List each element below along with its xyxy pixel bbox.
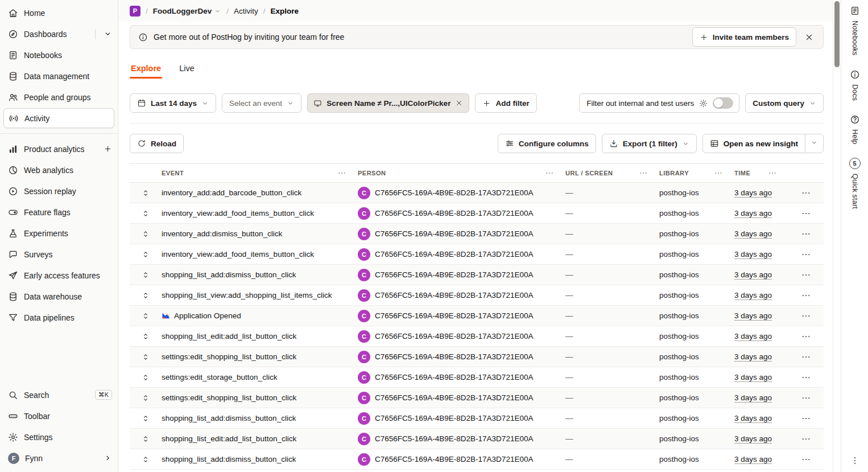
row-actions-button[interactable] bbox=[799, 330, 813, 343]
sidebar-item-toolbar[interactable]: Toolbar bbox=[0, 405, 118, 426]
sidebar-item-web-analytics[interactable]: Web analytics bbox=[0, 159, 118, 180]
expand-row-button[interactable] bbox=[140, 392, 151, 404]
time-link[interactable]: 3 days ago bbox=[734, 188, 772, 197]
time-link[interactable]: 3 days ago bbox=[734, 373, 772, 381]
time-link[interactable]: 3 days ago bbox=[734, 291, 772, 299]
vertical-scrollbar[interactable] bbox=[833, 0, 841, 472]
expand-row-button[interactable] bbox=[140, 249, 151, 260]
expand-row-button[interactable] bbox=[140, 269, 151, 281]
expand-row-button[interactable] bbox=[140, 331, 151, 342]
time-link[interactable]: 3 days ago bbox=[734, 311, 772, 320]
sidebar-item-session-replay[interactable]: Session replay bbox=[0, 180, 118, 202]
event-name-cell[interactable]: settings:edit_shopping_list_button_click bbox=[162, 352, 358, 361]
person-cell[interactable]: CC7656FC5-169A-4B9E-8D2B-17A3D721E00A bbox=[358, 371, 565, 384]
configure-columns-button[interactable]: Configure columns bbox=[498, 134, 596, 153]
invite-team-members-button[interactable]: Invite team members bbox=[692, 27, 796, 47]
reload-button[interactable]: Reload bbox=[130, 134, 184, 153]
person-cell[interactable]: CC7656FC5-169A-4B9E-8D2B-17A3D721E00A bbox=[358, 289, 565, 302]
row-actions-button[interactable] bbox=[799, 268, 813, 282]
row-actions-button[interactable] bbox=[799, 432, 813, 446]
person-cell[interactable]: CC7656FC5-169A-4B9E-8D2B-17A3D721E00A bbox=[358, 248, 565, 261]
person-cell[interactable]: CC7656FC5-169A-4B9E-8D2B-17A3D721E00A bbox=[358, 207, 565, 220]
time-link[interactable]: 3 days ago bbox=[734, 414, 772, 422]
screen-name-filter-chip[interactable]: Screen Name ≠ Pr...,UIColorPicker bbox=[307, 93, 469, 113]
sidebar-item-home[interactable]: Home bbox=[0, 2, 118, 23]
column-options-icon[interactable] bbox=[768, 169, 777, 178]
gear-icon[interactable] bbox=[699, 99, 708, 108]
sidebar-item-data-pipelines[interactable]: Data pipelines bbox=[0, 307, 118, 328]
tab-live[interactable]: Live bbox=[178, 60, 196, 79]
event-name-cell[interactable]: shopping_list_add:dismiss_button_click bbox=[162, 270, 358, 279]
row-actions-button[interactable] bbox=[799, 289, 813, 302]
event-name-cell[interactable]: shopping_list_add:dismiss_button_click bbox=[162, 455, 358, 463]
expand-row-button[interactable] bbox=[140, 433, 151, 445]
scrollbar-thumb[interactable] bbox=[834, 1, 840, 67]
row-actions-button[interactable] bbox=[799, 412, 813, 425]
add-filter-button[interactable]: Add filter bbox=[475, 93, 536, 113]
expand-row-button[interactable] bbox=[140, 228, 151, 240]
sidebar-item-data-warehouse[interactable]: Data warehouse bbox=[0, 286, 118, 307]
person-cell[interactable]: CC7656FC5-169A-4B9E-8D2B-17A3D721E00A bbox=[358, 351, 565, 363]
event-name-cell[interactable]: shopping_list_edit:add_list_button_click bbox=[162, 434, 358, 443]
column-options-icon[interactable] bbox=[714, 169, 723, 178]
rail-item-docs[interactable]: Docs bbox=[849, 69, 861, 101]
expand-row-button[interactable] bbox=[140, 290, 151, 301]
expand-row-button[interactable] bbox=[140, 372, 151, 383]
remove-filter-icon[interactable] bbox=[455, 99, 463, 107]
chevron-down-icon[interactable] bbox=[104, 30, 112, 38]
event-name-cell[interactable]: inventory_add:add_barcode_button_click bbox=[162, 188, 358, 197]
event-name-cell[interactable]: inventory_add:dismiss_button_click bbox=[162, 229, 358, 238]
open-as-new-insight-dropdown[interactable] bbox=[805, 134, 823, 153]
sidebar-item-settings[interactable]: Settings bbox=[0, 426, 118, 448]
breadcrumb-project[interactable]: FoodLoggerDev bbox=[153, 7, 222, 15]
row-actions-button[interactable] bbox=[799, 371, 813, 384]
sidebar-item-people-and-groups[interactable]: People and groups bbox=[0, 87, 118, 108]
time-link[interactable]: 3 days ago bbox=[734, 332, 772, 340]
rail-item-quick-start[interactable]: 5Quick start bbox=[849, 158, 861, 209]
sidebar-item-surveys[interactable]: Surveys bbox=[0, 244, 118, 265]
person-cell[interactable]: CC7656FC5-169A-4B9E-8D2B-17A3D721E00A bbox=[358, 433, 565, 445]
person-cell[interactable]: CC7656FC5-169A-4B9E-8D2B-17A3D721E00A bbox=[358, 187, 565, 199]
time-link[interactable]: 3 days ago bbox=[734, 250, 772, 258]
sidebar-item-search[interactable]: Search⌘K bbox=[0, 384, 118, 405]
person-cell[interactable]: CC7656FC5-169A-4B9E-8D2B-17A3D721E00A bbox=[358, 412, 565, 425]
filter-test-users-toggle[interactable] bbox=[713, 97, 733, 109]
rail-item-notebooks[interactable]: Notebooks bbox=[849, 6, 861, 56]
date-range-filter-button[interactable]: Last 14 days bbox=[130, 93, 216, 113]
open-as-new-insight-button[interactable]: Open as new insight bbox=[703, 134, 805, 153]
time-link[interactable]: 3 days ago bbox=[734, 352, 772, 361]
row-actions-button[interactable] bbox=[799, 186, 813, 200]
sidebar-item-product-analytics[interactable]: Product analytics bbox=[0, 138, 118, 159]
rail-more-button[interactable] bbox=[850, 455, 860, 467]
event-name-cell[interactable]: Application Opened bbox=[162, 311, 358, 320]
rail-item-help[interactable]: Help bbox=[849, 114, 861, 145]
expand-row-button[interactable] bbox=[140, 310, 151, 322]
expand-row-button[interactable] bbox=[140, 454, 151, 465]
sidebar-item-data-management[interactable]: Data management bbox=[0, 65, 118, 87]
sidebar-item-dashboards[interactable]: Dashboards bbox=[0, 23, 118, 44]
event-name-cell[interactable]: shopping_list_edit:add_list_button_click bbox=[162, 332, 358, 340]
event-name-cell[interactable]: inventory_view:add_food_items_button_cli… bbox=[162, 209, 358, 217]
tab-explore[interactable]: Explore bbox=[130, 60, 162, 79]
person-cell[interactable]: CC7656FC5-169A-4B9E-8D2B-17A3D721E00A bbox=[358, 453, 565, 466]
time-link[interactable]: 3 days ago bbox=[734, 270, 772, 279]
event-name-cell[interactable]: shopping_list_view:add_shopping_list_ite… bbox=[162, 291, 358, 299]
row-actions-button[interactable] bbox=[799, 227, 813, 241]
person-cell[interactable]: CC7656FC5-169A-4B9E-8D2B-17A3D721E00A bbox=[358, 330, 565, 343]
custom-query-button[interactable]: Custom query bbox=[745, 93, 824, 113]
expand-row-button[interactable] bbox=[140, 413, 151, 424]
expand-row-button[interactable] bbox=[140, 351, 151, 363]
row-actions-button[interactable] bbox=[799, 309, 813, 323]
row-actions-button[interactable] bbox=[799, 350, 813, 364]
org-badge[interactable]: P bbox=[130, 6, 140, 17]
sidebar-item-activity[interactable]: Activity bbox=[3, 108, 114, 128]
breadcrumb-section[interactable]: Activity bbox=[234, 7, 258, 15]
row-actions-button[interactable] bbox=[799, 207, 813, 220]
row-actions-button[interactable] bbox=[799, 391, 813, 405]
plus-icon[interactable] bbox=[104, 145, 112, 153]
event-name-cell[interactable]: settings:edit_storage_button_click bbox=[162, 373, 358, 381]
banner-close-button[interactable] bbox=[802, 30, 816, 44]
event-name-cell[interactable]: inventory_view:add_food_items_button_cli… bbox=[162, 250, 358, 258]
expand-row-button[interactable] bbox=[140, 187, 151, 199]
time-link[interactable]: 3 days ago bbox=[734, 455, 772, 463]
